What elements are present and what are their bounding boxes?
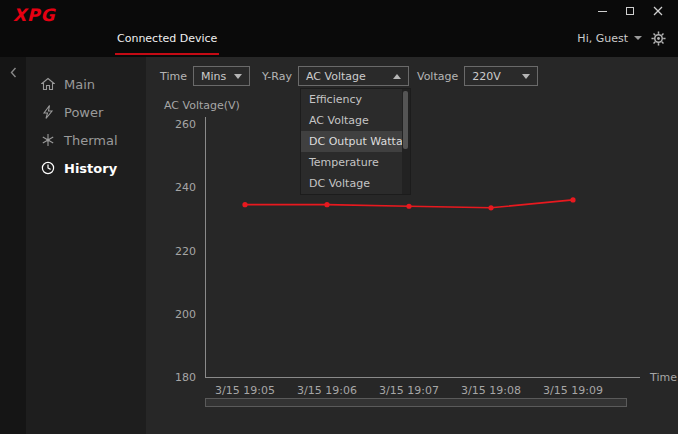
user-greeting: Hi, Guest [577, 32, 628, 45]
body: Main Power Thermal [0, 57, 678, 434]
close-button[interactable] [646, 2, 670, 20]
user-area: Hi, Guest [577, 27, 666, 49]
maximize-icon [626, 7, 634, 15]
dropdown-scrollbar-thumb[interactable] [403, 91, 408, 149]
dropdown-option[interactable]: Temperature [301, 152, 410, 173]
home-icon [41, 77, 55, 91]
app-window: XPG Connected Device Hi, Guest [0, 0, 678, 434]
minimize-button[interactable] [590, 2, 614, 20]
xpg-logo: XPG [13, 5, 56, 25]
chart-point [324, 202, 329, 207]
history-icon [41, 161, 55, 175]
thermal-icon [41, 133, 55, 147]
y-tick-label: 240 [175, 181, 196, 194]
sidebar-item-history[interactable]: History [26, 154, 146, 182]
gear-icon [651, 31, 666, 46]
user-menu[interactable]: Hi, Guest [577, 32, 642, 45]
dropdown-option[interactable]: DC Voltage [301, 173, 410, 194]
chart-point [570, 197, 575, 202]
x-tick-label: 3/15 19:06 [297, 384, 357, 397]
tab-label: Connected Device [117, 32, 217, 45]
sidebar: Main Power Thermal [26, 57, 146, 434]
chart-point [242, 202, 247, 207]
chevron-up-icon [393, 74, 401, 79]
sidebar-item-label: Main [64, 77, 95, 92]
yray-select[interactable]: AC Voltage [298, 66, 409, 86]
voltage-select[interactable]: 220V [464, 66, 538, 86]
chevron-down-icon [634, 36, 642, 40]
x-tick-label: 3/15 19:05 [215, 384, 275, 397]
close-icon [653, 6, 663, 16]
time-select-value: Mins [201, 70, 226, 83]
x-tick-label: 3/15 19:07 [379, 384, 439, 397]
power-icon [41, 105, 55, 119]
voltage-select-value: 220V [472, 70, 501, 83]
y-tick-label: 200 [175, 308, 196, 321]
time-label: Time [160, 70, 187, 83]
dropdown-option[interactable]: AC Voltage [301, 110, 410, 131]
sidebar-item-label: History [64, 161, 117, 176]
dropdown-scrollbar[interactable] [402, 89, 410, 194]
y-tick-label: 260 [175, 118, 196, 131]
history-chart: AC Voltage(V)2602402202001803/15 19:053/… [146, 93, 678, 405]
time-select[interactable]: Mins [193, 66, 250, 86]
sidebar-item-label: Thermal [64, 133, 118, 148]
window-controls [590, 2, 670, 20]
main-panel: Time Mins Y-Ray AC Voltage Voltage 220V [146, 57, 678, 434]
yray-select-value: AC Voltage [306, 70, 366, 83]
sidebar-collapse-button[interactable] [0, 57, 26, 434]
chart-point [488, 205, 493, 210]
chart-point [406, 204, 411, 209]
chevron-down-icon [522, 74, 530, 79]
dropdown-option[interactable]: DC Output Wattage [301, 131, 410, 152]
yray-label: Y-Ray [262, 70, 292, 83]
voltage-label: Voltage [417, 70, 458, 83]
chevron-left-icon [10, 67, 17, 78]
minimize-icon [598, 11, 607, 12]
chart-y-axis-title: AC Voltage(V) [164, 99, 240, 112]
x-tick-label: 3/15 19:08 [461, 384, 521, 397]
y-tick-label: 180 [175, 371, 196, 384]
yray-dropdown-menu: EfficiencyAC VoltageDC Output WattageTem… [300, 88, 411, 195]
chart-hscrollbar[interactable] [205, 398, 627, 407]
chart-x-axis-title: Time [649, 371, 677, 384]
maximize-button[interactable] [618, 2, 642, 20]
yray-dropdown-options: EfficiencyAC VoltageDC Output WattageTem… [301, 89, 410, 194]
sidebar-item-label: Power [64, 105, 103, 120]
sidebar-item-thermal[interactable]: Thermal [26, 126, 146, 154]
y-tick-label: 220 [175, 245, 196, 258]
chevron-down-icon [234, 74, 242, 79]
chart-controls: Time Mins Y-Ray AC Voltage Voltage 220V [160, 66, 538, 86]
x-tick-label: 3/15 19:09 [543, 384, 603, 397]
sidebar-item-power[interactable]: Power [26, 98, 146, 126]
settings-button[interactable] [651, 31, 666, 46]
tab-connected-device[interactable]: Connected Device [115, 26, 219, 55]
dropdown-option[interactable]: Efficiency [301, 89, 410, 110]
titlebar: XPG Connected Device Hi, Guest [0, 0, 678, 57]
sidebar-item-main[interactable]: Main [26, 70, 146, 98]
